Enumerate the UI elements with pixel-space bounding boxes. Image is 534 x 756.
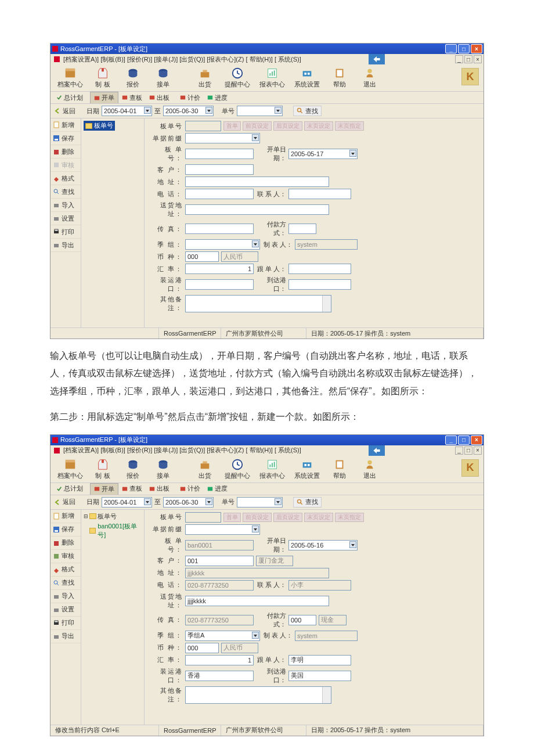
pill2-5[interactable]: 末页指定 [335,513,364,522]
pill2-4[interactable]: 末页设定 [304,513,333,522]
f-songhuo[interactable] [185,204,329,215]
f2-fukuan[interactable]: 000 [288,615,316,625]
f2-kaidan[interactable]: 2005-05-16 [288,540,358,550]
f-gendan[interactable] [288,264,351,274]
sb-format[interactable]: 格式 [50,172,81,185]
menu2-2[interactable]: [报价(R)] [127,446,152,455]
tree2-leaf[interactable]: ban0001[板单号] [89,522,142,539]
sb-new[interactable]: 新增 [50,118,81,132]
menu2-4[interactable]: [出货(Q)] [179,446,205,455]
pill-prev[interactable]: 前页设定 [243,121,272,131]
menu2-7[interactable]: [ 系统(S)] [275,446,301,455]
date-to[interactable]: 2005-06-30 [163,106,214,116]
pill-first[interactable]: 首单 [223,121,241,131]
tb-report[interactable]: 报表中心 [255,66,290,90]
sb-save[interactable]: 保存 [50,132,81,145]
menu-ship[interactable]: [出货(Q)] [179,55,205,64]
search-button[interactable]: 查找 [293,106,322,116]
tb2-quote[interactable]: 报价 [118,457,148,481]
tb2-order[interactable]: 接单 [148,457,178,481]
sb-import[interactable]: 导入 [50,199,81,212]
tab-out[interactable]: 出板 [146,92,173,103]
f-jizu[interactable] [185,239,260,250]
mdi-max[interactable]: □ [464,55,472,63]
sb2-new[interactable]: 新增 [50,510,81,523]
f2-kehu[interactable]: 001 [185,556,254,566]
f2-daoda[interactable]: 美国 [288,671,351,681]
tab2-progress[interactable]: 进度 [204,483,231,494]
tb2-exit[interactable]: 退出 [355,457,385,481]
tb-remind[interactable]: 提醒中心 [220,66,255,90]
sb-delete[interactable]: 删除 [50,145,81,159]
tb2-settings[interactable]: 系统设置 [290,457,324,481]
tab-plan[interactable]: 总计划 [53,92,86,103]
date-from-2[interactable]: 2005-04-01 [102,497,152,507]
search-button-2[interactable]: 查找 [293,497,322,507]
f2-prefix[interactable] [185,524,260,535]
tab-progress[interactable]: 进度 [204,92,231,103]
sb2-find[interactable]: 查找 [50,577,81,590]
menu2-3[interactable]: [接单(J)] [154,446,178,455]
tb-settings[interactable]: 系统设置 [290,66,324,90]
sb2-export[interactable]: 导出 [50,630,81,643]
menu2-1[interactable]: [制板(B)] [100,446,125,455]
tab2-open[interactable]: 开单 [90,483,118,495]
mdi-close[interactable]: × [474,55,482,63]
menu2-6[interactable]: [ 帮助(H)] [246,446,272,455]
close-button[interactable]: × [471,44,482,53]
f-fukuan[interactable] [288,224,316,234]
sb2-import[interactable]: 导入 [50,590,81,603]
tree-root[interactable]: 板单号 [84,121,115,131]
minimize-button-2[interactable]: _ [445,435,457,445]
tb-archive[interactable]: 档案中心 [53,66,88,90]
menu2-5[interactable]: [报表中心](Z) [207,446,244,455]
sb-export[interactable]: 导出 [50,239,81,252]
close-button-2[interactable]: × [471,435,482,445]
num-input[interactable] [237,106,283,116]
tb-help[interactable]: 帮助 [324,66,355,90]
tb-quote[interactable]: 报价 [118,66,148,90]
menu-help[interactable]: [ 帮助(H)] [246,55,272,64]
tb2-archive[interactable]: 档案中心 [53,457,88,481]
pill-page[interactable]: 末页指定 [335,121,364,131]
maximize-button-2[interactable]: □ [458,435,470,445]
f2-jizu[interactable]: 季组A [185,631,260,641]
tab2-price[interactable]: 计价 [176,483,204,494]
f2-beizhu[interactable] [185,686,331,704]
menu-archive[interactable]: [档案设置A)] [63,55,99,64]
tree2-root[interactable]: 板单号 [98,512,117,521]
tb-exit[interactable]: 退出 [355,66,385,90]
mdi-close-2[interactable]: × [474,447,482,455]
maximize-button[interactable]: □ [458,44,470,53]
sb2-audit[interactable]: 审核 [50,550,81,563]
date-from[interactable]: 2005-04-01 [102,106,152,116]
mdi-max-2[interactable]: □ [464,447,472,455]
menu-system[interactable]: [ 系统(S)] [275,55,301,64]
f2-songhuo[interactable]: jjjjkkkk [185,596,329,606]
tb-order[interactable]: 接单 [148,66,178,90]
tb2-remind[interactable]: 提醒中心 [220,457,255,481]
back-button-2[interactable]: 返回 [54,498,84,506]
tb2-report[interactable]: 报表中心 [255,457,290,481]
tab-check[interactable]: 查板 [118,92,146,103]
f-daoda[interactable] [288,279,351,290]
pill2-1[interactable]: 首单 [223,513,241,522]
f-kaidan[interactable]: 2005-05-17 [288,149,358,159]
sb-audit[interactable]: 审核 [50,159,81,172]
tb2-help[interactable]: 帮助 [324,457,355,481]
sb-print[interactable]: 打印 [50,225,81,239]
sb2-settings[interactable]: 设置 [50,603,81,617]
f2-gendan[interactable]: 李明 [288,655,351,665]
sb-settings[interactable]: 设置 [50,212,81,225]
date-to-2[interactable]: 2005-06-30 [163,497,214,507]
tab-price[interactable]: 计价 [176,92,204,103]
sb2-delete[interactable]: 删除 [50,537,81,550]
f-prefix[interactable] [185,133,260,143]
sb2-format[interactable]: 格式 [50,563,81,577]
f-dizhi[interactable] [185,177,329,187]
f2-huilv[interactable]: 1 [185,655,254,665]
mdi-min-2[interactable]: _ [455,447,463,455]
tb2-make[interactable]: 制 板 [88,457,118,481]
pill-next[interactable]: 后页设定 [273,121,302,131]
f-bizhong[interactable]: 000 [185,251,219,262]
